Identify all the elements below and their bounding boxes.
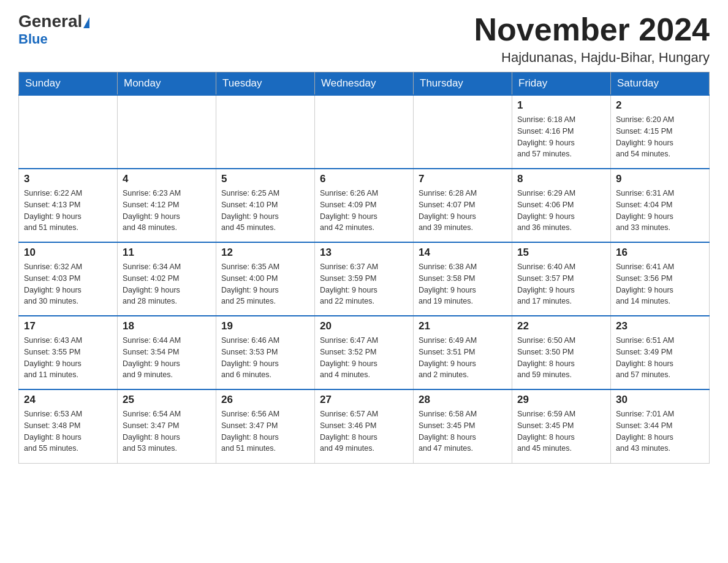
day-number: 22 [517,320,605,332]
calendar-cell: 7Sunrise: 6:28 AMSunset: 4:07 PMDaylight… [414,169,512,242]
day-number: 1 [517,99,605,112]
logo-general: General [18,12,89,31]
weekday-header-monday: Monday [118,72,216,96]
day-number: 15 [517,247,605,259]
logo-blue: Blue [18,31,48,47]
calendar-cell [315,95,414,169]
calendar-cell: 4Sunrise: 6:23 AMSunset: 4:12 PMDaylight… [118,169,216,242]
day-info: Sunrise: 6:23 AMSunset: 4:12 PMDaylight:… [123,188,211,234]
day-number: 6 [320,173,408,185]
day-number: 25 [123,394,211,406]
calendar-week-3: 10Sunrise: 6:32 AMSunset: 4:03 PMDayligh… [19,242,710,316]
calendar-cell [216,95,315,169]
calendar-cell: 8Sunrise: 6:29 AMSunset: 4:06 PMDaylight… [512,169,611,242]
calendar-cell: 28Sunrise: 6:58 AMSunset: 3:45 PMDayligh… [414,389,512,463]
calendar-cell [19,95,118,169]
day-number: 21 [419,320,507,332]
logo: General Blue [18,12,89,47]
day-info: Sunrise: 6:25 AMSunset: 4:10 PMDaylight:… [221,188,309,234]
day-info: Sunrise: 6:54 AMSunset: 3:47 PMDaylight:… [123,408,211,454]
day-number: 24 [24,394,112,406]
weekday-header-saturday: Saturday [611,72,710,96]
month-title: November 2024 [474,12,710,47]
day-info: Sunrise: 6:44 AMSunset: 3:54 PMDaylight:… [123,335,211,381]
calendar-cell: 26Sunrise: 6:56 AMSunset: 3:47 PMDayligh… [216,389,315,463]
day-info: Sunrise: 6:18 AMSunset: 4:16 PMDaylight:… [517,114,605,160]
day-info: Sunrise: 6:34 AMSunset: 4:02 PMDaylight:… [123,261,211,307]
day-number: 17 [24,320,112,332]
calendar-cell: 30Sunrise: 7:01 AMSunset: 3:44 PMDayligh… [611,389,710,463]
calendar-week-2: 3Sunrise: 6:22 AMSunset: 4:13 PMDaylight… [19,169,710,242]
day-number: 5 [221,173,309,185]
calendar-cell: 19Sunrise: 6:46 AMSunset: 3:53 PMDayligh… [216,316,315,389]
calendar-cell: 29Sunrise: 6:59 AMSunset: 3:45 PMDayligh… [512,389,611,463]
day-info: Sunrise: 6:49 AMSunset: 3:51 PMDaylight:… [419,335,507,381]
calendar-cell: 27Sunrise: 6:57 AMSunset: 3:46 PMDayligh… [315,389,414,463]
day-number: 29 [517,394,605,406]
weekday-header-friday: Friday [512,72,611,96]
day-info: Sunrise: 6:47 AMSunset: 3:52 PMDaylight:… [320,335,408,381]
day-number: 7 [419,173,507,185]
calendar-cell [118,95,216,169]
day-info: Sunrise: 6:43 AMSunset: 3:55 PMDaylight:… [24,335,112,381]
calendar-cell: 21Sunrise: 6:49 AMSunset: 3:51 PMDayligh… [414,316,512,389]
day-info: Sunrise: 6:51 AMSunset: 3:49 PMDaylight:… [616,335,704,381]
weekday-header-row: SundayMondayTuesdayWednesdayThursdayFrid… [19,72,710,96]
calendar-cell: 6Sunrise: 6:26 AMSunset: 4:09 PMDaylight… [315,169,414,242]
calendar-cell: 10Sunrise: 6:32 AMSunset: 4:03 PMDayligh… [19,242,118,316]
calendar-cell: 14Sunrise: 6:38 AMSunset: 3:58 PMDayligh… [414,242,512,316]
day-info: Sunrise: 6:57 AMSunset: 3:46 PMDaylight:… [320,408,408,454]
day-info: Sunrise: 7:01 AMSunset: 3:44 PMDaylight:… [616,408,704,454]
calendar-cell: 13Sunrise: 6:37 AMSunset: 3:59 PMDayligh… [315,242,414,316]
day-number: 23 [616,320,704,332]
calendar-cell: 1Sunrise: 6:18 AMSunset: 4:16 PMDaylight… [512,95,611,169]
calendar-cell: 24Sunrise: 6:53 AMSunset: 3:48 PMDayligh… [19,389,118,463]
day-info: Sunrise: 6:31 AMSunset: 4:04 PMDaylight:… [616,188,704,234]
day-info: Sunrise: 6:26 AMSunset: 4:09 PMDaylight:… [320,188,408,234]
day-number: 2 [616,99,704,112]
day-number: 28 [419,394,507,406]
title-area: November 2024 Hajdunanas, Hajdu-Bihar, H… [474,12,710,66]
calendar-cell: 17Sunrise: 6:43 AMSunset: 3:55 PMDayligh… [19,316,118,389]
day-number: 20 [320,320,408,332]
day-number: 18 [123,320,211,332]
weekday-header-wednesday: Wednesday [315,72,414,96]
day-number: 26 [221,394,309,406]
calendar-cell: 5Sunrise: 6:25 AMSunset: 4:10 PMDaylight… [216,169,315,242]
day-info: Sunrise: 6:37 AMSunset: 3:59 PMDaylight:… [320,261,408,307]
day-number: 8 [517,173,605,185]
day-info: Sunrise: 6:41 AMSunset: 3:56 PMDaylight:… [616,261,704,307]
calendar-week-5: 24Sunrise: 6:53 AMSunset: 3:48 PMDayligh… [19,389,710,463]
day-number: 9 [616,173,704,185]
day-number: 13 [320,247,408,259]
calendar-cell: 9Sunrise: 6:31 AMSunset: 4:04 PMDaylight… [611,169,710,242]
day-number: 30 [616,394,704,406]
day-info: Sunrise: 6:58 AMSunset: 3:45 PMDaylight:… [419,408,507,454]
calendar-cell: 16Sunrise: 6:41 AMSunset: 3:56 PMDayligh… [611,242,710,316]
day-info: Sunrise: 6:46 AMSunset: 3:53 PMDaylight:… [221,335,309,381]
day-info: Sunrise: 6:22 AMSunset: 4:13 PMDaylight:… [24,188,112,234]
weekday-header-tuesday: Tuesday [216,72,315,96]
location-title: Hajdunanas, Hajdu-Bihar, Hungary [474,50,710,66]
calendar-cell: 25Sunrise: 6:54 AMSunset: 3:47 PMDayligh… [118,389,216,463]
calendar-cell: 2Sunrise: 6:20 AMSunset: 4:15 PMDaylight… [611,95,710,169]
calendar-cell: 18Sunrise: 6:44 AMSunset: 3:54 PMDayligh… [118,316,216,389]
calendar-cell: 23Sunrise: 6:51 AMSunset: 3:49 PMDayligh… [611,316,710,389]
day-info: Sunrise: 6:40 AMSunset: 3:57 PMDaylight:… [517,261,605,307]
day-info: Sunrise: 6:59 AMSunset: 3:45 PMDaylight:… [517,408,605,454]
day-info: Sunrise: 6:29 AMSunset: 4:06 PMDaylight:… [517,188,605,234]
day-info: Sunrise: 6:56 AMSunset: 3:47 PMDaylight:… [221,408,309,454]
calendar-cell: 11Sunrise: 6:34 AMSunset: 4:02 PMDayligh… [118,242,216,316]
day-number: 3 [24,173,112,185]
calendar-cell: 22Sunrise: 6:50 AMSunset: 3:50 PMDayligh… [512,316,611,389]
weekday-header-thursday: Thursday [414,72,512,96]
day-number: 27 [320,394,408,406]
day-info: Sunrise: 6:38 AMSunset: 3:58 PMDaylight:… [419,261,507,307]
day-number: 16 [616,247,704,259]
header: General Blue November 2024 Hajdunanas, H… [18,12,710,66]
day-number: 12 [221,247,309,259]
day-info: Sunrise: 6:35 AMSunset: 4:00 PMDaylight:… [221,261,309,307]
calendar-week-4: 17Sunrise: 6:43 AMSunset: 3:55 PMDayligh… [19,316,710,389]
day-info: Sunrise: 6:32 AMSunset: 4:03 PMDaylight:… [24,261,112,307]
calendar-cell: 20Sunrise: 6:47 AMSunset: 3:52 PMDayligh… [315,316,414,389]
